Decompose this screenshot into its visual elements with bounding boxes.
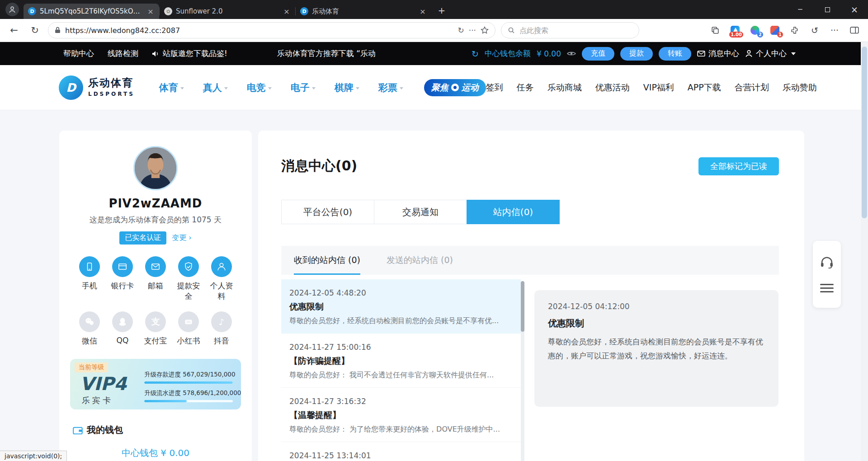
help-center-link[interactable]: 帮助中心 xyxy=(63,48,94,59)
tab-favicon-icon: ✿ xyxy=(164,7,172,15)
back-button[interactable]: ← xyxy=(6,25,22,36)
scrollbar-thumb[interactable] xyxy=(521,281,524,332)
eye-icon[interactable] xyxy=(567,51,576,56)
site-permissions-icon[interactable]: ··· xyxy=(469,26,476,35)
chevron-down-icon xyxy=(180,87,184,89)
wallet-refresh-icon[interactable]: ↻ xyxy=(472,49,479,59)
security-withdraw-safety[interactable]: 提款安全 xyxy=(174,256,203,301)
security-profile-info[interactable]: 个人资料 xyxy=(207,256,236,301)
sidebar-icon[interactable] xyxy=(849,25,860,36)
social-qq[interactable]: QQ xyxy=(108,311,137,346)
refresh-button[interactable]: ↻ xyxy=(27,25,42,36)
detail-title: 优惠限制 xyxy=(548,317,765,329)
deposit-button[interactable]: 充值 xyxy=(582,47,614,61)
close-button[interactable]: × xyxy=(841,0,868,19)
history-icon[interactable]: ↺ xyxy=(809,25,820,36)
tab-close-icon[interactable]: × xyxy=(146,7,155,16)
social-wechat[interactable]: 微信 xyxy=(75,311,104,346)
nav-slots[interactable]: 电子 xyxy=(291,81,316,94)
toolbar-search-box[interactable] xyxy=(501,22,639,38)
link-checkin[interactable]: 签到 xyxy=(486,82,503,94)
favorite-star-icon[interactable] xyxy=(481,26,489,34)
browser-status-bar: javascript:void(0); xyxy=(0,451,67,461)
security-bank-card[interactable]: 银行卡 xyxy=(108,256,137,301)
line-check-link[interactable]: 线路检测 xyxy=(108,48,138,59)
link-vip[interactable]: VIP福利 xyxy=(643,82,674,94)
extension-b-icon[interactable]: 2 xyxy=(750,25,760,36)
message-list-item[interactable]: 2024-11-27 3:16:32 【温馨提醒】 尊敬的会员您好： 为了给您带… xyxy=(281,388,521,442)
scrollbar-thumb[interactable] xyxy=(862,47,867,218)
link-partnership[interactable]: 合营计划 xyxy=(735,82,769,94)
turnover-progress-label: 升级流水进度 578,696/1,200,000 xyxy=(144,389,233,397)
person-icon xyxy=(745,50,753,57)
link-tasks[interactable]: 任务 xyxy=(517,82,534,94)
nav-cards[interactable]: 棋牌 xyxy=(335,81,359,94)
more-menu-icon[interactable]: ··· xyxy=(829,25,840,36)
subtab-received[interactable]: 收到的站内信 (0) xyxy=(294,246,360,275)
focus-sports-badge[interactable]: 聚焦 运动 xyxy=(424,79,486,96)
new-tab-button[interactable]: + xyxy=(435,4,448,17)
speaker-icon xyxy=(152,51,159,57)
search-input[interactable] xyxy=(519,26,632,35)
nav-esports[interactable]: 电竞 xyxy=(247,81,272,94)
message-list-scrollbar[interactable] xyxy=(521,281,524,461)
tab-transaction-notices[interactable]: 交易通知 xyxy=(374,200,467,224)
tab-site-mail[interactable]: 站内信(0) xyxy=(467,200,560,224)
browser-tab-2[interactable]: ✿ Sunflower 2.0 × xyxy=(160,4,295,19)
security-email[interactable]: 邮箱 xyxy=(141,256,170,301)
chevron-down-icon xyxy=(268,87,272,89)
minimize-button[interactable]: ─ xyxy=(787,0,814,19)
message-list-item[interactable]: 2024-11-27 15:00:16 【防诈骗提醒】 尊敬的会员您好： 我司不… xyxy=(281,334,521,388)
personal-center-link[interactable]: 个人中心 xyxy=(745,48,796,59)
change-link[interactable]: 变更 › xyxy=(172,233,191,243)
logo-icon: D xyxy=(59,75,83,100)
nav-live[interactable]: 真人 xyxy=(203,81,228,94)
tab-title: 乐动体育 xyxy=(312,7,415,16)
member-days: 这是您成为乐动体育会员的第 1075 天 xyxy=(59,215,252,225)
withdraw-button[interactable]: 提款 xyxy=(620,47,653,61)
customer-service-headset-icon[interactable] xyxy=(820,256,834,268)
link-sponsorship[interactable]: 乐动赞助 xyxy=(783,82,817,94)
browser-tab-1[interactable]: D 5LmQ5Yqo5L2T6IKyfOS5kOWKqC × xyxy=(24,4,159,19)
verified-badge: 已实名认证 xyxy=(119,231,166,245)
tab-favicon-icon: D xyxy=(28,7,36,15)
tab-platform-announcements[interactable]: 平台公告(0) xyxy=(281,200,374,224)
social-xiaohongshu[interactable]: 小红书 xyxy=(174,311,203,346)
menu-hamburger-icon[interactable] xyxy=(820,284,834,292)
alipay-icon: 支 xyxy=(145,311,166,332)
link-promos[interactable]: 优惠活动 xyxy=(595,82,630,94)
extensions-puzzle-icon[interactable] xyxy=(789,25,800,36)
mark-all-read-button[interactable]: 全部标记为已读 xyxy=(698,157,779,175)
url-input[interactable] xyxy=(65,26,453,35)
announcement[interactable]: 站版邀您下载品鉴! xyxy=(152,48,227,59)
extension-badge: 1 xyxy=(777,32,783,38)
link-mall[interactable]: 乐动商城 xyxy=(547,82,582,94)
address-bar[interactable]: ↻ ··· xyxy=(48,22,495,38)
site-mail-subtabs: 收到的站内信 (0) 发送的站内信 (0) xyxy=(281,246,779,275)
collections-icon[interactable] xyxy=(710,25,721,36)
nav-sports[interactable]: 体育 xyxy=(159,81,184,94)
subtab-sent[interactable]: 发送的站内信 (0) xyxy=(387,246,453,275)
extension-wallet-icon[interactable]: 1.00 xyxy=(730,25,741,36)
browser-scrollbar[interactable] xyxy=(861,42,868,461)
lock-icon xyxy=(55,27,61,33)
message-list-item[interactable]: 2024-11-25 13:14:01 xyxy=(281,442,521,461)
site-logo[interactable]: D 乐动体育 LDSPORTS xyxy=(59,75,135,100)
soccer-ball-icon xyxy=(451,84,459,91)
extension-c-icon[interactable]: 1 xyxy=(769,25,780,36)
link-app-download[interactable]: APP下载 xyxy=(688,82,721,94)
social-douyin[interactable]: ♪ 抖音 xyxy=(207,311,236,346)
browser-profile-icon[interactable] xyxy=(5,3,19,16)
tab-close-icon[interactable]: × xyxy=(419,7,427,16)
message-center-link[interactable]: 消息中心 xyxy=(697,48,739,59)
tab-close-icon[interactable]: × xyxy=(283,7,291,16)
page-refresh-icon[interactable]: ↻ xyxy=(458,26,464,35)
browser-tab-3[interactable]: D 乐动体育 × xyxy=(296,4,431,19)
message-list-item[interactable]: 2024-12-05 4:48:20 优惠限制 尊敬的会员您好，经系统自动检测目… xyxy=(281,279,521,334)
transfer-button[interactable]: 转账 xyxy=(659,47,691,61)
social-alipay[interactable]: 支 支付宝 xyxy=(141,311,170,346)
nav-lottery[interactable]: 彩票 xyxy=(378,81,403,94)
floating-widget xyxy=(813,241,841,308)
maximize-button[interactable] xyxy=(814,0,841,19)
security-phone[interactable]: 手机 xyxy=(75,256,104,301)
